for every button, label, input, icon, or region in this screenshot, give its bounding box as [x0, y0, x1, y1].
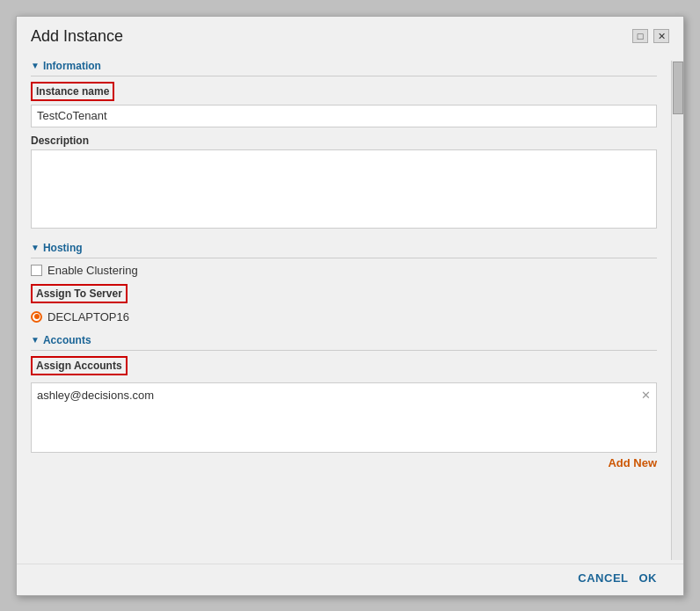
assign-accounts-label: Assign Accounts [31, 356, 128, 375]
ok-button[interactable]: OK [639, 571, 658, 585]
accounts-section: ▼ Accounts Assign Accounts ashley@decisi… [31, 334, 657, 473]
information-section-label: Information [43, 60, 101, 72]
remove-account-button[interactable]: ✕ [641, 389, 651, 402]
information-section-header: ▼ Information [31, 60, 657, 76]
scrollbar-track[interactable] [671, 61, 683, 560]
description-input[interactable] [31, 149, 657, 229]
cancel-button[interactable]: CANCEL [578, 571, 628, 585]
close-button[interactable]: ✕ [653, 29, 669, 43]
accounts-list-item: ashley@decisions.com ✕ [37, 387, 651, 404]
enable-clustering-label: Enable Clustering [47, 264, 138, 277]
dialog-footer: CANCEL OK [17, 564, 683, 595]
description-label: Description [31, 135, 657, 147]
accounts-section-header: ▼ Accounts [31, 334, 657, 351]
accounts-list: ashley@decisions.com ✕ [31, 382, 657, 453]
enable-clustering-checkbox[interactable] [31, 265, 42, 276]
add-new-button[interactable]: Add New [608, 456, 657, 469]
dialog-controls: □ ✕ [632, 29, 669, 43]
server-radio-row: DECLAPTOP16 [31, 310, 657, 324]
add-new-row: Add New [31, 453, 657, 473]
account-email: ashley@decisions.com [37, 389, 154, 402]
instance-name-input[interactable] [31, 105, 657, 127]
minimize-button[interactable]: □ [632, 29, 648, 43]
hosting-arrow-icon: ▼ [31, 243, 40, 252]
server-name-label: DECLAPTOP16 [47, 310, 129, 324]
accounts-section-label: Accounts [43, 334, 91, 346]
dialog-header: Add Instance □ ✕ [17, 17, 683, 53]
hosting-section-header: ▼ Hosting [31, 242, 657, 258]
instance-name-label: Instance name [31, 82, 114, 101]
hosting-section-label: Hosting [43, 242, 83, 254]
dialog-title: Add Instance [31, 27, 123, 46]
information-section: ▼ Information Instance name Description [31, 60, 657, 231]
information-arrow-icon: ▼ [31, 61, 40, 70]
server-radio-button[interactable] [31, 311, 42, 323]
dialog-body: ▼ Information Instance name Description … [17, 53, 683, 564]
enable-clustering-row: Enable Clustering [31, 264, 657, 277]
add-instance-dialog: Add Instance □ ✕ ▼ Information Instance … [16, 16, 684, 596]
scrollbar-thumb[interactable] [673, 62, 683, 114]
accounts-arrow-icon: ▼ [31, 335, 40, 345]
hosting-section: ▼ Hosting Enable Clustering Assign To Se… [31, 242, 657, 324]
assign-to-server-label: Assign To Server [31, 284, 128, 303]
